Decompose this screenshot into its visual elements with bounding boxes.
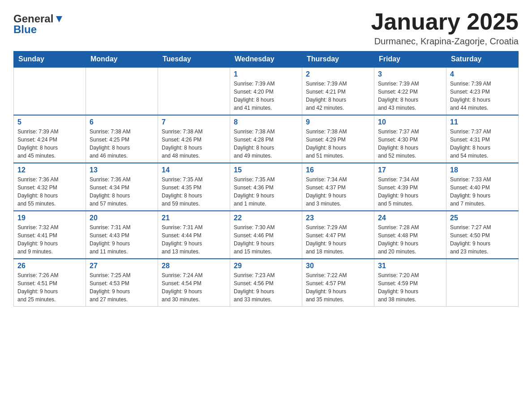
- day-info: Sunrise: 7:37 AMSunset: 4:30 PMDaylight:…: [378, 128, 442, 160]
- day-number: 24: [378, 214, 442, 222]
- day-number: 19: [17, 214, 82, 222]
- day-number: 9: [306, 118, 370, 126]
- day-number: 18: [450, 166, 515, 174]
- svg-marker-0: [56, 16, 62, 22]
- calendar-cell: 28Sunrise: 7:24 AMSunset: 4:54 PMDayligh…: [158, 259, 230, 307]
- calendar-cell: 1Sunrise: 7:39 AMSunset: 4:20 PMDaylight…: [230, 67, 302, 115]
- calendar-cell: 31Sunrise: 7:20 AMSunset: 4:59 PMDayligh…: [374, 259, 446, 307]
- calendar-cell: 15Sunrise: 7:35 AMSunset: 4:36 PMDayligh…: [230, 163, 302, 211]
- day-info: Sunrise: 7:24 AMSunset: 4:54 PMDaylight:…: [162, 271, 226, 304]
- day-number: 8: [234, 118, 298, 126]
- day-number: 27: [90, 262, 154, 270]
- calendar-cell: 6Sunrise: 7:38 AMSunset: 4:25 PMDaylight…: [86, 115, 158, 163]
- day-info: Sunrise: 7:37 AMSunset: 4:31 PMDaylight:…: [450, 128, 515, 160]
- calendar-week-row: 1Sunrise: 7:39 AMSunset: 4:20 PMDaylight…: [14, 67, 519, 115]
- calendar-cell: 23Sunrise: 7:29 AMSunset: 4:47 PMDayligh…: [302, 211, 374, 259]
- calendar-week-row: 12Sunrise: 7:36 AMSunset: 4:32 PMDayligh…: [14, 163, 519, 211]
- calendar-cell: 10Sunrise: 7:37 AMSunset: 4:30 PMDayligh…: [374, 115, 446, 163]
- calendar-cell: [14, 67, 86, 115]
- day-info: Sunrise: 7:30 AMSunset: 4:46 PMDaylight:…: [234, 223, 298, 256]
- day-info: Sunrise: 7:39 AMSunset: 4:22 PMDaylight:…: [378, 80, 442, 112]
- day-number: 31: [378, 262, 442, 270]
- calendar-cell: 4Sunrise: 7:39 AMSunset: 4:23 PMDaylight…: [446, 67, 519, 115]
- calendar-table: SundayMondayTuesdayWednesdayThursdayFrid…: [13, 51, 519, 307]
- calendar-cell: 19Sunrise: 7:32 AMSunset: 4:41 PMDayligh…: [14, 211, 86, 259]
- calendar-cell: 2Sunrise: 7:39 AMSunset: 4:21 PMDaylight…: [302, 67, 374, 115]
- day-info: Sunrise: 7:29 AMSunset: 4:47 PMDaylight:…: [306, 223, 370, 256]
- day-info: Sunrise: 7:38 AMSunset: 4:29 PMDaylight:…: [306, 128, 370, 160]
- day-info: Sunrise: 7:32 AMSunset: 4:41 PMDaylight:…: [17, 223, 82, 256]
- day-number: 14: [162, 166, 226, 174]
- calendar-day-header: Wednesday: [230, 51, 302, 68]
- calendar-cell: [86, 67, 158, 115]
- day-number: 7: [162, 118, 226, 126]
- day-number: 2: [306, 70, 370, 78]
- day-number: 29: [234, 262, 298, 270]
- calendar-day-header: Friday: [374, 51, 446, 68]
- day-info: Sunrise: 7:36 AMSunset: 4:32 PMDaylight:…: [17, 176, 82, 208]
- day-number: 3: [378, 70, 442, 78]
- calendar-cell: 16Sunrise: 7:34 AMSunset: 4:37 PMDayligh…: [302, 163, 374, 211]
- day-number: 25: [450, 214, 515, 222]
- day-number: 13: [90, 166, 154, 174]
- day-number: 4: [450, 70, 515, 78]
- day-info: Sunrise: 7:38 AMSunset: 4:25 PMDaylight:…: [90, 128, 154, 160]
- day-number: 20: [90, 214, 154, 222]
- day-info: Sunrise: 7:31 AMSunset: 4:44 PMDaylight:…: [162, 223, 226, 256]
- day-number: 26: [17, 262, 82, 270]
- calendar-week-row: 19Sunrise: 7:32 AMSunset: 4:41 PMDayligh…: [14, 211, 519, 259]
- calendar-cell: 5Sunrise: 7:39 AMSunset: 4:24 PMDaylight…: [14, 115, 86, 163]
- calendar-header-row: SundayMondayTuesdayWednesdayThursdayFrid…: [14, 51, 519, 68]
- day-number: 10: [378, 118, 442, 126]
- calendar-day-header: Sunday: [14, 51, 86, 68]
- calendar-cell: 13Sunrise: 7:36 AMSunset: 4:34 PMDayligh…: [86, 163, 158, 211]
- calendar-cell: [446, 259, 519, 307]
- title-block: January 2025 Durmanec, Krapina-Zagorje, …: [371, 9, 519, 47]
- day-number: 17: [378, 166, 442, 174]
- day-info: Sunrise: 7:39 AMSunset: 4:24 PMDaylight:…: [17, 128, 82, 160]
- calendar-week-row: 5Sunrise: 7:39 AMSunset: 4:24 PMDaylight…: [14, 115, 519, 163]
- day-info: Sunrise: 7:34 AMSunset: 4:37 PMDaylight:…: [306, 176, 370, 208]
- day-info: Sunrise: 7:34 AMSunset: 4:39 PMDaylight:…: [378, 176, 442, 208]
- calendar-cell: 7Sunrise: 7:38 AMSunset: 4:26 PMDaylight…: [158, 115, 230, 163]
- location-text: Durmanec, Krapina-Zagorje, Croatia: [371, 36, 519, 47]
- day-info: Sunrise: 7:25 AMSunset: 4:53 PMDaylight:…: [90, 271, 154, 304]
- day-info: Sunrise: 7:22 AMSunset: 4:57 PMDaylight:…: [306, 271, 370, 304]
- calendar-cell: [158, 67, 230, 115]
- logo-general-text: General: [13, 13, 53, 24]
- calendar-cell: 24Sunrise: 7:28 AMSunset: 4:48 PMDayligh…: [374, 211, 446, 259]
- day-number: 11: [450, 118, 515, 126]
- day-number: 12: [17, 166, 82, 174]
- day-info: Sunrise: 7:39 AMSunset: 4:21 PMDaylight:…: [306, 80, 370, 112]
- month-title: January 2025: [371, 9, 519, 34]
- day-info: Sunrise: 7:33 AMSunset: 4:40 PMDaylight:…: [450, 176, 515, 208]
- day-info: Sunrise: 7:27 AMSunset: 4:50 PMDaylight:…: [450, 223, 515, 256]
- day-info: Sunrise: 7:38 AMSunset: 4:26 PMDaylight:…: [162, 128, 226, 160]
- calendar-cell: 12Sunrise: 7:36 AMSunset: 4:32 PMDayligh…: [14, 163, 86, 211]
- calendar-day-header: Saturday: [446, 51, 519, 68]
- calendar-week-row: 26Sunrise: 7:26 AMSunset: 4:51 PMDayligh…: [14, 259, 519, 307]
- day-number: 15: [234, 166, 298, 174]
- calendar-cell: 3Sunrise: 7:39 AMSunset: 4:22 PMDaylight…: [374, 67, 446, 115]
- calendar-cell: 14Sunrise: 7:35 AMSunset: 4:35 PMDayligh…: [158, 163, 230, 211]
- day-number: 5: [17, 118, 82, 126]
- day-info: Sunrise: 7:31 AMSunset: 4:43 PMDaylight:…: [90, 223, 154, 256]
- day-number: 21: [162, 214, 226, 222]
- day-info: Sunrise: 7:35 AMSunset: 4:36 PMDaylight:…: [234, 176, 298, 208]
- day-number: 28: [162, 262, 226, 270]
- day-info: Sunrise: 7:35 AMSunset: 4:35 PMDaylight:…: [162, 176, 226, 208]
- day-number: 1: [234, 70, 298, 78]
- calendar-cell: 21Sunrise: 7:31 AMSunset: 4:44 PMDayligh…: [158, 211, 230, 259]
- calendar-cell: 17Sunrise: 7:34 AMSunset: 4:39 PMDayligh…: [374, 163, 446, 211]
- logo-arrow-icon: [54, 14, 64, 24]
- calendar-cell: 11Sunrise: 7:37 AMSunset: 4:31 PMDayligh…: [446, 115, 519, 163]
- calendar-cell: 25Sunrise: 7:27 AMSunset: 4:50 PMDayligh…: [446, 211, 519, 259]
- calendar-cell: 27Sunrise: 7:25 AMSunset: 4:53 PMDayligh…: [86, 259, 158, 307]
- calendar-cell: 18Sunrise: 7:33 AMSunset: 4:40 PMDayligh…: [446, 163, 519, 211]
- calendar-cell: 9Sunrise: 7:38 AMSunset: 4:29 PMDaylight…: [302, 115, 374, 163]
- calendar-cell: 26Sunrise: 7:26 AMSunset: 4:51 PMDayligh…: [14, 259, 86, 307]
- day-info: Sunrise: 7:20 AMSunset: 4:59 PMDaylight:…: [378, 271, 442, 304]
- logo: General Blue: [13, 13, 64, 35]
- calendar-cell: 22Sunrise: 7:30 AMSunset: 4:46 PMDayligh…: [230, 211, 302, 259]
- day-info: Sunrise: 7:39 AMSunset: 4:20 PMDaylight:…: [234, 80, 298, 112]
